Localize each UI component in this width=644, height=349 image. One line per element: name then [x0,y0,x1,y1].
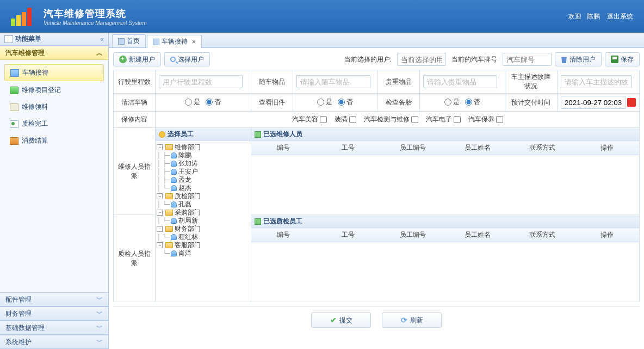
carry-label: 随车物品 [251,70,293,94]
qc-icon [10,120,18,128]
pay-icon [10,137,18,145]
tree-member[interactable]: │ ├─张加涛 [156,160,250,168]
chk-elec[interactable]: 汽车电子 [426,115,461,124]
app-subtitle: Vehicle Maintenance Management System [44,20,147,26]
delivery-input[interactable] [561,96,626,109]
carry-input[interactable] [296,75,370,88]
tree-member[interactable]: │ └─胡局新 [156,217,250,225]
current-user-label: 当前选择的用户: [344,55,392,64]
qc-grid-header: 编号工号员工编号员工姓名联系方式操作 [251,228,639,242]
chevron-down-icon: ︾ [96,295,103,304]
tree-member[interactable]: │ ├─陈鹏 [156,151,250,160]
accordion-repair[interactable]: 汽车维修管理 ︽ [0,46,108,60]
tree-dept[interactable]: −质检部门 [156,192,250,200]
chevron-down-icon: ︾ [96,338,103,347]
refresh-icon: ⟳ [401,316,407,324]
logout-link[interactable]: 退出系统 [607,13,633,20]
add-icon [119,56,127,63]
tree-member[interactable]: │ ├─王安户 [156,168,250,176]
selected-icon [255,131,261,138]
fault-label: 车主描述故障状况 [505,70,557,94]
plate-label: 当前的汽车牌号 [451,55,497,64]
assign-repair-label: 维修人员指派 [114,128,156,215]
tree-member[interactable]: └─肖洋 [156,249,250,258]
clear-user-button[interactable]: 清除用户 [555,52,602,66]
tree-dept[interactable]: −维修部门 [156,143,250,151]
reception-tab-icon [153,39,159,45]
tree-member[interactable]: │ └─赵杰 [156,184,250,192]
chevron-up-icon: ︽ [96,48,103,58]
clean-label: 清洁车辆 [114,94,156,112]
submit-button[interactable]: ✔提交 [311,313,371,328]
nav-qc-done[interactable]: 质检完工 [4,116,104,132]
mileage-input[interactable] [159,75,243,88]
check-icon: ✔ [330,316,337,324]
home-icon [118,38,125,45]
tree-member[interactable]: │ └─程红林 [156,233,250,241]
select-user-button[interactable]: 选择用户 [164,52,210,66]
project-icon [10,87,18,94]
chevron-down-icon: ︾ [96,323,103,333]
nav-material[interactable]: 维修领料 [4,99,104,115]
repair-grid-header: 编号工号员工编号员工姓名联系方式操作 [251,141,639,155]
app-header: 汽车维修管理系统 Vehicle Maintenance Management … [0,0,644,33]
selected-icon [255,218,261,225]
oldparts-radio-group: 是否 [296,97,374,107]
maint-label: 保修内容 [114,112,156,128]
tree-dept[interactable]: −客服部门 [156,241,250,249]
add-user-button[interactable]: 新建用户 [113,52,161,66]
chk-beauty[interactable]: 汽车美容 [292,115,327,124]
valuable-label: 贵重物品 [378,70,420,94]
sidebar-icon [4,35,13,43]
tree-dept[interactable]: −采购部门 [156,209,250,217]
clean-radio-group: 是否 [159,97,247,107]
accordion-system[interactable]: 系统维护︾ [0,335,108,349]
plate-input[interactable] [503,53,552,66]
valuable-input[interactable] [423,75,497,88]
spare-radio-group: 是否 [423,97,501,107]
close-icon[interactable]: × [192,38,196,46]
sidebar: 功能菜单 « 汽车维修管理 ︽ 车辆接待 维修项目登记 维修领料 质检完工 消费… [0,33,109,349]
logo-icon [11,7,38,26]
tree-member[interactable]: │ ├─孟龙 [156,176,250,184]
mileage-label: 行驶里程数 [114,70,156,94]
refresh-button[interactable]: ⟳刷新 [382,313,442,328]
tree-dept[interactable]: −财务部门 [156,225,250,233]
chevron-down-icon: ︾ [96,309,103,319]
clear-icon [561,56,567,63]
sidebar-collapse-icon[interactable]: « [100,35,104,43]
accordion-basedata[interactable]: 基础数据管理︾ [0,321,108,335]
spare-label: 检查备胎 [378,94,420,112]
chk-deco[interactable]: 装潢 [335,115,356,124]
tab-home[interactable]: 首页 [112,34,146,47]
nav-project-register[interactable]: 维修项目登记 [4,82,104,98]
tab-bar: 首页 车辆接待× [109,33,644,48]
nav-settlement[interactable]: 消费结算 [4,133,104,149]
fault-input[interactable] [561,75,632,88]
reception-icon [10,69,19,77]
app-title: 汽车维修管理系统 [44,7,147,20]
username: 陈鹏 [587,13,600,20]
chk-maint[interactable]: 汽车保养 [468,115,503,124]
nav-vehicle-reception[interactable]: 车辆接待 [4,64,104,81]
calendar-icon[interactable] [627,98,636,107]
material-icon [10,103,18,111]
assign-qc-label: 质检人员指派 [114,215,156,302]
oldparts-label: 查看旧件 [251,94,293,112]
sidebar-title: 功能菜单 [15,34,41,44]
delivery-label: 预计交付时间 [505,94,557,112]
current-user-input[interactable] [397,53,446,66]
tree-member[interactable]: │ └─孔磊 [156,200,250,209]
staff-tree[interactable]: −维修部门│ ├─陈鹏│ ├─张加涛│ ├─王安户│ ├─孟龙│ └─赵杰−质检… [156,141,250,260]
accordion-finance[interactable]: 财务管理︾ [0,307,108,321]
search-icon [170,57,176,62]
chk-inspect[interactable]: 汽车检测与维修 [364,115,418,124]
accordion-parts[interactable]: 配件管理︾ [0,292,108,307]
staff-icon [159,131,165,138]
save-icon [611,56,618,63]
save-button[interactable]: 保存 [605,52,640,66]
tab-reception[interactable]: 车辆接待× [147,35,202,48]
welcome-label: 欢迎 [568,13,581,20]
